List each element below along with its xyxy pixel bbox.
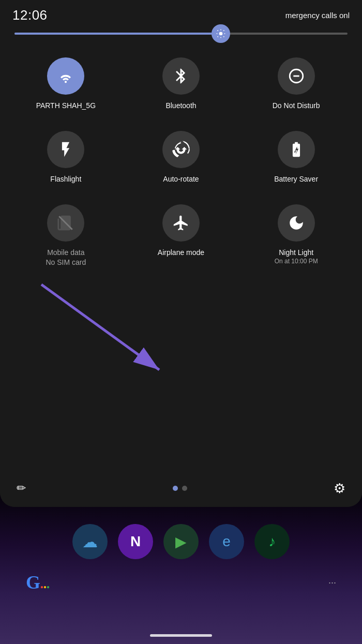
wifi-icon-circle — [47, 57, 84, 95]
bluetooth-icon-circle — [162, 57, 200, 95]
batterysaver-icon-circle — [278, 131, 315, 168]
tile-airplanemode[interactable]: Airplane mode — [124, 195, 239, 278]
dot-1 — [173, 486, 178, 491]
wifi-icon — [57, 67, 74, 85]
brightness-thumb[interactable] — [212, 24, 230, 43]
mobiledata-label-line2: No SIM card — [46, 258, 86, 267]
tile-nightlight[interactable]: Night Light On at 10:00 PM — [238, 195, 354, 278]
dock-app-onenote[interactable]: N — [118, 524, 153, 559]
brightness-icon — [216, 28, 226, 39]
quick-settings-panel: 12:06 mergency calls onl PARTH SHAH_5G — [0, 0, 362, 507]
dnd-icon-circle — [278, 57, 315, 95]
nightlight-icon — [288, 214, 305, 232]
status-time: 12:06 — [12, 7, 48, 23]
nightlight-sublabel: On at 10:00 PM — [275, 258, 318, 266]
playstore-icon: ▶ — [175, 533, 187, 550]
dnd-icon — [288, 67, 305, 85]
mobiledata-icon — [57, 214, 74, 232]
settings-button[interactable]: ⚙ — [334, 481, 345, 497]
brightness-track[interactable] — [14, 33, 348, 35]
flashlight-icon — [57, 141, 74, 158]
nightlight-icon-circle — [278, 204, 315, 242]
nightlight-label-container: Night Light On at 10:00 PM — [275, 248, 318, 265]
emergency-text: mergency calls onl — [285, 11, 350, 20]
airplane-icon-circle — [162, 204, 200, 242]
nightlight-label: Night Light — [275, 248, 318, 257]
brightness-fill — [14, 33, 221, 35]
tile-dnd[interactable]: Do Not Disturb — [238, 48, 354, 122]
page-indicators — [173, 486, 187, 491]
dock-app-spotify[interactable]: ♪ — [254, 524, 290, 559]
dock-app-weather[interactable]: ☁ — [72, 524, 108, 559]
mobiledata-icon-circle — [47, 204, 84, 242]
autorotate-icon-circle — [162, 131, 200, 168]
tile-wifi[interactable]: PARTH SHAH_5G — [8, 48, 124, 122]
bluetooth-icon — [172, 67, 190, 85]
tile-mobiledata[interactable]: Mobile data No SIM card — [8, 195, 124, 278]
bottom-bar: ✏ ⚙ — [0, 470, 362, 507]
google-bar: G●●● ··· — [0, 567, 362, 597]
tile-autorotate[interactable]: Auto-rotate — [124, 122, 239, 195]
status-bar: 12:06 mergency calls onl — [0, 0, 362, 27]
airplane-icon — [172, 214, 190, 232]
flashlight-label: Flashlight — [50, 174, 81, 184]
tiles-grid: PARTH SHAH_5G Bluetooth Do Not Disturb — [0, 44, 362, 278]
mobiledata-label-line1: Mobile data — [46, 248, 86, 257]
dnd-label: Do Not Disturb — [273, 101, 320, 110]
spotify-icon: ♪ — [268, 533, 276, 550]
dock-area: ☁ N ▶ e ♪ G●●● ··· — [0, 518, 362, 597]
svg-point-0 — [219, 32, 223, 36]
wifi-label: PARTH SHAH_5G — [36, 101, 96, 110]
brightness-row[interactable] — [0, 27, 362, 44]
dock-app-edge[interactable]: e — [209, 524, 244, 559]
google-dots[interactable]: ··· — [328, 577, 336, 588]
home-indicator[interactable] — [150, 634, 212, 637]
dock-row: ☁ N ▶ e ♪ — [0, 518, 362, 565]
autorotate-label: Auto-rotate — [163, 174, 199, 184]
weather-icon: ☁ — [82, 533, 98, 551]
airplane-label: Airplane mode — [158, 248, 204, 257]
tile-flashlight[interactable]: Flashlight — [8, 122, 124, 195]
autorotate-icon — [172, 141, 190, 158]
tile-batterysaver[interactable]: Battery Saver — [238, 122, 354, 195]
bluetooth-label: Bluetooth — [165, 101, 196, 110]
mobiledata-label-container: Mobile data No SIM card — [46, 248, 86, 266]
google-g-logo[interactable]: G●●● — [26, 572, 50, 593]
batterysaver-icon — [288, 141, 305, 158]
flashlight-icon-circle — [47, 131, 84, 168]
batterysaver-label: Battery Saver — [274, 174, 318, 184]
dot-2 — [182, 486, 187, 491]
tile-bluetooth[interactable]: Bluetooth — [124, 48, 239, 122]
edge-icon: e — [222, 533, 231, 550]
dock-app-playstore[interactable]: ▶ — [163, 524, 199, 559]
onenote-icon: N — [130, 533, 141, 550]
edit-button[interactable]: ✏ — [17, 482, 26, 495]
